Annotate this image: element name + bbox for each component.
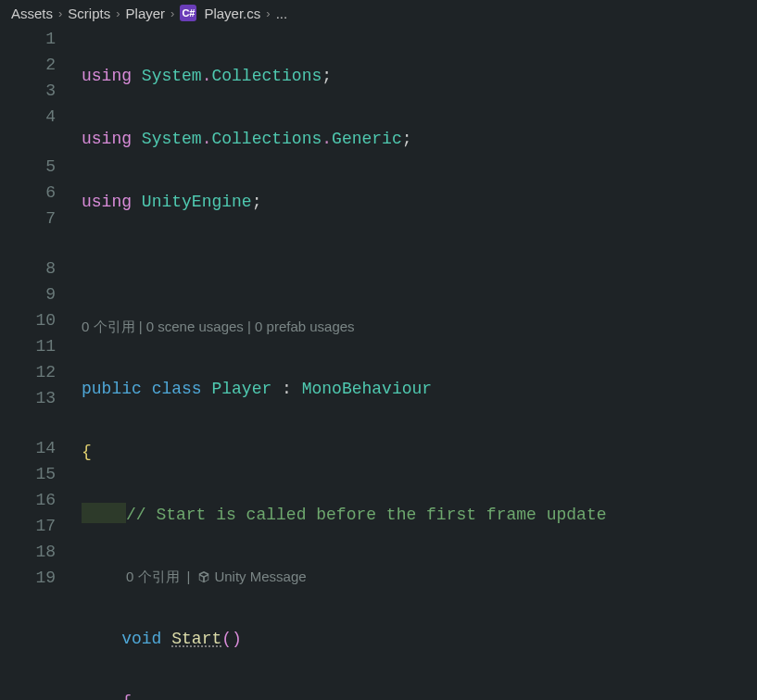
method-start: Start — [171, 630, 221, 648]
base-class: MonoBehaviour — [302, 380, 432, 398]
namespace: System — [142, 130, 202, 148]
codelens-start[interactable]: 0 个引用|Unity Message — [82, 565, 757, 589]
namespace: Collections — [211, 130, 322, 148]
code-line[interactable]: { — [82, 689, 757, 700]
line-number: 12 — [0, 359, 56, 385]
line-number: 19 — [0, 565, 56, 591]
code-line[interactable]: void Start() — [82, 626, 757, 652]
cube-icon — [197, 570, 210, 583]
breadcrumb-item-symbol[interactable]: ... — [276, 6, 288, 21]
line-number: 13 — [0, 385, 56, 411]
brace-open: { — [82, 443, 92, 461]
line-number: 3 — [0, 78, 56, 104]
line-number: 16 — [0, 487, 56, 513]
line-number: 6 — [0, 180, 56, 206]
line-number: 11 — [0, 333, 56, 359]
chevron-right-icon: › — [264, 6, 271, 20]
keyword-public: public — [82, 380, 142, 398]
code-line[interactable]: using UnityEngine; — [82, 189, 757, 215]
line-number: 10 — [0, 307, 56, 333]
brace-open: { — [121, 693, 132, 700]
breadcrumb-item-scripts[interactable]: Scripts — [68, 6, 110, 21]
chevron-right-icon: › — [114, 6, 121, 20]
line-number: 17 — [0, 513, 56, 539]
code-area[interactable]: using System.Collections; using System.C… — [82, 26, 757, 700]
chevron-right-icon: › — [57, 6, 64, 20]
code-line[interactable]: using System.Collections; — [82, 63, 757, 89]
namespace: Generic — [332, 130, 402, 148]
keyword-void: void — [121, 630, 161, 648]
code-line[interactable]: { — [82, 439, 757, 465]
line-number: 15 — [0, 461, 56, 487]
code-line[interactable] — [82, 252, 757, 278]
csharp-file-icon: C# — [180, 5, 196, 21]
line-number: 14 — [0, 435, 56, 461]
line-number: 5 — [0, 154, 56, 180]
line-number: 4 — [0, 104, 56, 130]
line-number: 1 — [0, 26, 56, 52]
line-number: 7 — [0, 206, 56, 231]
codelens-class[interactable]: 0 个引用 | 0 scene usages | 0 prefab usages — [82, 315, 757, 339]
code-editor[interactable]: 1 2 3 4 5 6 7 8 9 10 11 12 13 14 15 16 1… — [0, 26, 757, 700]
namespace: System — [142, 67, 202, 85]
line-number: 18 — [0, 539, 56, 565]
keyword-using: using — [82, 67, 132, 85]
keyword-using: using — [82, 130, 132, 148]
indent-guide-highlight — [82, 503, 126, 523]
line-number: 9 — [0, 281, 56, 307]
keyword-using: using — [82, 193, 132, 211]
comment: // Start is called before the first fram… — [126, 506, 606, 524]
chevron-right-icon: › — [169, 6, 176, 20]
keyword-class: class — [152, 380, 202, 398]
code-line[interactable]: // Start is called before the first fram… — [82, 502, 757, 528]
breadcrumb-item-file[interactable]: Player.cs — [204, 6, 260, 21]
code-line[interactable]: public class Player : MonoBehaviour — [82, 376, 757, 402]
breadcrumb-item-player-folder[interactable]: Player — [126, 6, 166, 21]
breadcrumb-item-assets[interactable]: Assets — [11, 6, 53, 21]
code-line[interactable]: using System.Collections.Generic; — [82, 126, 757, 152]
class-name: Player — [211, 380, 271, 398]
namespace: Collections — [211, 67, 322, 85]
line-number-gutter: 1 2 3 4 5 6 7 8 9 10 11 12 13 14 15 16 1… — [0, 26, 82, 700]
line-number: 8 — [0, 256, 56, 281]
namespace: UnityEngine — [142, 193, 252, 211]
line-number: 2 — [0, 52, 56, 78]
breadcrumb: Assets › Scripts › Player › C# Player.cs… — [0, 0, 757, 26]
